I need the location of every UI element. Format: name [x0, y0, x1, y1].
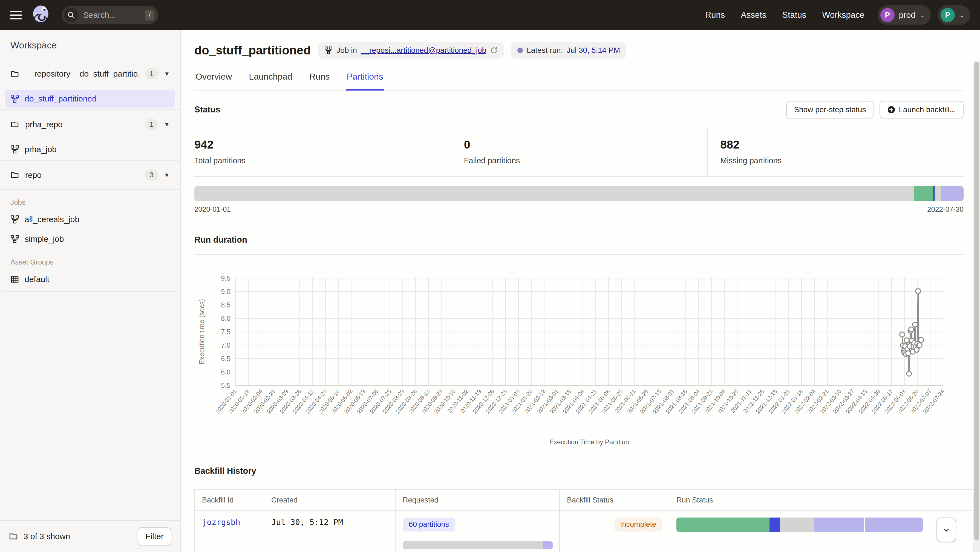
svg-text:6.5: 6.5: [221, 355, 231, 362]
chevron-down-icon: ⌄: [959, 11, 965, 19]
sidebar-item-do-stuff-partitioned[interactable]: do_stuff_partitioned: [5, 90, 175, 108]
search-input[interactable]: Search... /: [62, 6, 158, 24]
workspace-sidebar: Workspace __repository__do_stuff_partiti…: [0, 30, 181, 552]
search-placeholder: Search...: [83, 10, 145, 20]
backfill-created: Jul 30, 5:12 PM: [271, 517, 343, 527]
user-menu[interactable]: P ⌄: [938, 5, 970, 25]
job-icon: [10, 94, 19, 103]
col-run-status: Run Status: [669, 489, 929, 511]
row-expand-button[interactable]: [937, 517, 956, 542]
run-status-dot-icon: [517, 48, 523, 53]
search-shortcut-key: /: [145, 10, 154, 21]
requested-range-bar: [402, 541, 553, 549]
tab-launchpad[interactable]: Launchpad: [248, 68, 293, 90]
repo-expand-caret[interactable]: ▾: [164, 171, 170, 179]
stat-value: 0: [464, 138, 707, 151]
job-origin-tag: Job in __reposi...artitioned@partitioned…: [318, 42, 504, 59]
job-label: simple_job: [25, 235, 64, 244]
group-label: default: [25, 274, 49, 284]
page-title: do_stuff_partitioned: [194, 43, 311, 57]
nav-runs[interactable]: Runs: [705, 10, 725, 20]
repos-shown-count: 3 of 3 shown: [24, 532, 70, 541]
svg-text:8.5: 8.5: [221, 301, 231, 309]
svg-text:9.0: 9.0: [221, 288, 231, 295]
sidebar-item-simple-job[interactable]: simple_job: [5, 230, 175, 248]
nav-workspace[interactable]: Workspace: [822, 10, 864, 20]
job-icon: [10, 235, 19, 243]
partition-range-end: 2022-07-30: [927, 205, 964, 214]
nav-assets[interactable]: Assets: [741, 10, 766, 20]
svg-text:7.5: 7.5: [221, 328, 231, 336]
tab-runs[interactable]: Runs: [309, 68, 331, 90]
dagster-logo-icon[interactable]: [31, 5, 51, 25]
tab-overview[interactable]: Overview: [195, 68, 232, 90]
svg-text:Execution Time by Partition: Execution Time by Partition: [549, 438, 629, 446]
sidebar-repo-repo[interactable]: repo 3 ▾: [0, 160, 180, 190]
repo-expand-caret[interactable]: ▾: [164, 70, 170, 78]
stat-label: Total partitions: [194, 156, 451, 165]
latest-run-label: Latest run:: [527, 46, 563, 55]
filter-button[interactable]: Filter: [138, 527, 171, 546]
deployment-switcher[interactable]: P prod ⌄: [878, 5, 931, 25]
job-label: prha_job: [25, 145, 57, 154]
top-nav-links: Runs Assets Status Workspace: [705, 10, 864, 20]
col-requested: Requested: [395, 489, 560, 511]
sidebar-item-all-cereals-job[interactable]: all_cereals_job: [5, 210, 175, 228]
chevron-down-icon: [942, 526, 950, 534]
svg-text:5.5: 5.5: [221, 382, 231, 389]
sidebar-footer: 3 of 3 shown Filter: [0, 520, 180, 552]
plus-circle-icon: [887, 106, 896, 114]
sidebar-item-prha-job[interactable]: prha_job: [5, 140, 175, 159]
asset-group-icon: [10, 275, 19, 284]
repo-count-badge: 1: [145, 119, 158, 130]
repo-expand-caret[interactable]: ▾: [164, 120, 170, 128]
menu-icon[interactable]: [10, 11, 22, 19]
folder-icon: [9, 532, 18, 541]
job-label: all_cereals_job: [25, 215, 80, 224]
launch-backfill-button[interactable]: Launch backfill...: [880, 101, 964, 119]
partition-range-start: 2020-01-01: [194, 205, 231, 214]
stat-failed-partitions: 0 Failed partitions: [451, 128, 707, 176]
col-backfill-status: Backfill Status: [560, 489, 669, 511]
repo-name: __repository__do_stuff_partitio...: [25, 69, 139, 79]
stat-label: Failed partitions: [464, 156, 707, 165]
partition-status-bar[interactable]: [194, 186, 964, 201]
folder-icon: [10, 70, 19, 78]
sidebar-asset-groups-section-label: Asset Groups: [0, 250, 180, 269]
sidebar-repo-prha-repo[interactable]: prha_repo 1 ▾: [0, 109, 180, 139]
vertical-scrollbar[interactable]: [974, 61, 980, 552]
col-created: Created: [264, 489, 395, 511]
show-per-step-status-button[interactable]: Show per-step status: [786, 101, 873, 119]
sidebar-item-default-group[interactable]: default: [0, 270, 180, 292]
job-icon: [10, 145, 19, 154]
svg-text:7.0: 7.0: [221, 341, 231, 349]
repo-count-badge: 3: [145, 169, 158, 181]
scrollbar-thumb[interactable]: [974, 62, 979, 541]
job-origin-link[interactable]: __reposi...artitioned@partitioned_job: [361, 46, 486, 55]
folder-icon: [10, 120, 19, 129]
tab-partitions[interactable]: Partitions: [346, 68, 383, 90]
deployment-name: prod: [899, 10, 915, 20]
partition-stats: 942 Total partitions 0 Failed partitions…: [194, 128, 964, 177]
backfill-id-link[interactable]: jozrgsbh: [202, 517, 240, 527]
svg-text:8.0: 8.0: [221, 314, 231, 322]
sidebar-repo-repository-do-stuff[interactable]: __repository__do_stuff_partitio... 1 ▾: [0, 59, 180, 88]
repo-name: prha_repo: [25, 120, 139, 129]
requested-partitions-pill[interactable]: 60 partitions: [402, 517, 455, 531]
backfill-status-badge: Incomplete: [614, 517, 662, 531]
reload-icon[interactable]: [490, 46, 498, 54]
nav-status[interactable]: Status: [782, 10, 806, 20]
latest-run-tag: Latest run: Jul 30, 5:14 PM: [511, 42, 626, 59]
status-section-title: Status: [194, 105, 220, 114]
svg-text:Execution time (secs): Execution time (secs): [198, 299, 205, 365]
sidebar-jobs-section-label: Jobs: [0, 190, 180, 209]
svg-text:6.0: 6.0: [221, 368, 231, 376]
repo-name: repo: [25, 170, 139, 180]
svg-text:9.5: 9.5: [221, 274, 231, 282]
latest-run-link[interactable]: Jul 30, 5:14 PM: [566, 46, 620, 55]
run-status-bar[interactable]: [676, 517, 923, 532]
user-avatar: P: [940, 8, 955, 22]
col-backfill-id: Backfill Id: [195, 489, 264, 511]
backfill-table: Backfill Id Created Requested Backfill S…: [194, 489, 974, 552]
top-navbar: Search... / Runs Assets Status Workspace…: [0, 0, 980, 30]
